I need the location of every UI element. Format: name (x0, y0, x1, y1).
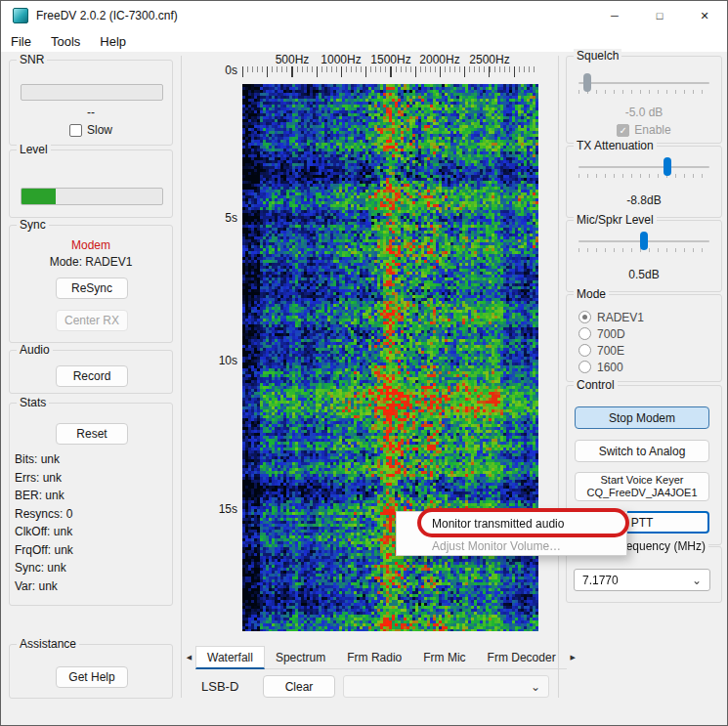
menu-help[interactable]: Help (90, 30, 136, 52)
time-label-10s: 10s (200, 354, 237, 367)
audio-group: Audio Record (9, 350, 173, 394)
record-button[interactable]: Record (56, 365, 128, 387)
get-help-button[interactable]: Get Help (56, 666, 128, 688)
mode-radio-700d: 700D (578, 325, 644, 342)
stat-clkoff: ClkOff: unk (15, 525, 167, 543)
squelch-group-label: Squelch (574, 49, 621, 63)
mic-slider-handle[interactable] (640, 232, 648, 250)
freedv-window: FreeDV 2.0.2 (IC-7300.cnf) ─ □ ✕ File To… (0, 0, 728, 726)
mode-radio-1600: 1600 (578, 359, 644, 375)
red-highlight-annotation (417, 508, 629, 537)
snr-group-label: SNR (17, 53, 47, 66)
level-fill (21, 189, 56, 204)
squelch-value: -5.0 dB (567, 106, 721, 119)
waterfall-tab-bar: ◀ Waterfall Spectrum Frm Radio Frm Mic F… (183, 646, 579, 669)
chevron-down-icon: ⌄ (692, 576, 702, 585)
radio-selected-icon (578, 311, 591, 323)
stats-lines: Bits: unk Errs: unk BER: unk Resyncs: 0 … (15, 452, 167, 597)
snr-value: -- (10, 106, 172, 119)
app-icon (13, 8, 28, 23)
tab-scroll-right-icon[interactable]: ▶ (567, 646, 579, 669)
control-group-label: Control (574, 378, 618, 392)
mode-radio-700e: 700E (578, 342, 644, 359)
mic-spkr-label: Mic/Spkr Level (574, 213, 657, 227)
squelch-enable-label: Enable (634, 123, 670, 137)
tx-attenuation-slider (578, 158, 709, 180)
report-frequency-combo[interactable]: 7.1770 ⌄ (574, 569, 710, 591)
stat-sync: Sync: unk (15, 561, 167, 579)
mic-spkr-slider (578, 233, 709, 254)
assistance-group-label: Assistance (17, 637, 79, 651)
squelch-enable-row: ✓ Enable (567, 123, 721, 137)
time-label-15s: 15s (200, 502, 237, 516)
stop-modem-button[interactable]: Stop Modem (575, 406, 709, 429)
slow-checkbox-label: Slow (87, 123, 112, 137)
stats-group-label: Stats (17, 396, 49, 409)
freq-label-1000: 1000Hz (318, 53, 364, 66)
time-label-5s: 5s (200, 211, 237, 225)
squelch-slider (578, 74, 709, 96)
tx-slider-track (578, 166, 709, 168)
close-icon[interactable]: ✕ (682, 1, 727, 30)
chevron-down-icon: ⌄ (531, 682, 540, 692)
voice-keyer-button[interactable]: Start Voice Keyer CQ_FreeDV_JA4JOE1 (575, 472, 709, 501)
squelch-slider-handle (583, 73, 591, 92)
sync-status: Modem (10, 238, 172, 252)
freq-label-2000: 2000Hz (416, 53, 463, 66)
squelch-enable-checkbox: ✓ (617, 124, 629, 137)
mic-spkr-value: 0.5dB (567, 268, 721, 281)
stat-ber: BER: unk (15, 489, 167, 507)
tab-frm-mic[interactable]: Frm Mic (412, 646, 476, 669)
menu-file[interactable]: File (1, 30, 41, 52)
frequency-ruler (242, 66, 538, 77)
mode-group: Mode RADEV1 700D 700E 1600 (566, 294, 722, 382)
freq-label-2500: 2500Hz (466, 53, 513, 66)
maximize-icon[interactable]: □ (637, 1, 682, 30)
radio-mode-label: LSB-D (201, 679, 238, 694)
stat-errs: Errs: unk (15, 471, 167, 490)
clear-button[interactable]: Clear (263, 675, 335, 698)
tx-attenuation-group: TX Attenuation -8.8dB (566, 146, 722, 218)
tab-waterfall[interactable]: Waterfall (195, 646, 265, 669)
mode-radio-radev1: RADEV1 (578, 309, 644, 325)
window-title: FreeDV 2.0.2 (IC-7300.cnf) (36, 9, 178, 22)
title-bar: FreeDV 2.0.2 (IC-7300.cnf) ─ □ ✕ (1, 1, 727, 30)
tab-frm-decoder[interactable]: Frm Decoder (477, 646, 567, 669)
sync-group: Sync Modem Mode: RADEV1 ReSync Center RX (9, 225, 173, 343)
stats-group: Stats Reset Bits: unk Errs: unk BER: unk… (9, 403, 173, 606)
squelch-group: Squelch -5.0 dB ✓ Enable (566, 56, 722, 144)
mode-group-label: Mode (574, 287, 609, 301)
radio-icon (578, 327, 591, 340)
left-splitter[interactable] (181, 56, 182, 698)
tab-frm-radio[interactable]: Frm Radio (336, 646, 412, 669)
main-content: SNR -- Slow Level Sync Modem Mode: RADEV… (1, 52, 728, 726)
resync-button[interactable]: ReSync (56, 278, 128, 299)
tab-spectrum[interactable]: Spectrum (265, 646, 336, 669)
bottom-combo: ⌄ (343, 675, 549, 698)
mode-options: RADEV1 700D 700E 1600 (578, 309, 644, 375)
level-group: Level (9, 149, 173, 218)
snr-progress-bar (21, 84, 163, 101)
radio-icon (578, 361, 591, 373)
freq-label-1500: 1500Hz (367, 53, 414, 66)
sync-mode: Mode: RADEV1 (10, 255, 172, 269)
level-progress-bar (21, 188, 163, 205)
stat-resyncs: Resyncs: 0 (15, 507, 167, 526)
snr-group: SNR -- Slow (9, 60, 173, 146)
slow-checkbox[interactable] (69, 124, 82, 137)
assistance-group: Assistance Get Help (9, 644, 173, 699)
level-group-label: Level (17, 143, 51, 156)
tab-scroll-left-icon[interactable]: ◀ (183, 646, 195, 669)
minimize-icon[interactable]: ─ (592, 1, 637, 30)
right-splitter[interactable] (558, 56, 559, 698)
stat-var: Var: unk (15, 579, 167, 598)
time-label-0s: 0s (200, 64, 237, 77)
stat-bits: Bits: unk (15, 452, 167, 471)
switch-to-analog-button[interactable]: Switch to Analog (575, 440, 709, 462)
tx-slider-handle[interactable] (664, 157, 671, 176)
reset-button[interactable]: Reset (56, 423, 128, 445)
menu-tools[interactable]: Tools (41, 30, 90, 52)
tx-attenuation-value: -8.8dB (567, 193, 721, 207)
squelch-slider-ticks (578, 90, 709, 94)
tx-attenuation-label: TX Attenuation (574, 139, 657, 152)
